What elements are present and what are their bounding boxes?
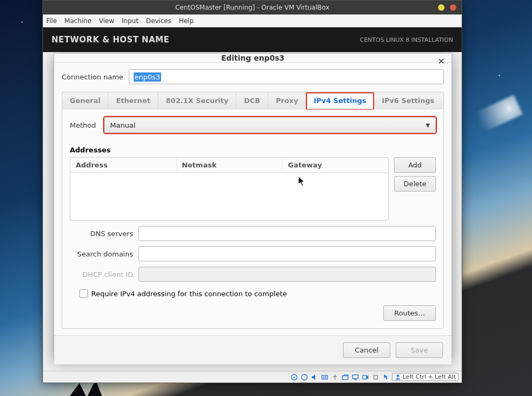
addresses-table[interactable]: Address Netmask Gateway [70, 157, 389, 221]
network-icon[interactable] [320, 373, 329, 382]
comet-decoration [455, 95, 523, 142]
connection-name-label: Connection name [62, 73, 123, 81]
dhcp-client-id-label: DHCP client ID [70, 270, 133, 278]
chevron-down-icon: ▼ [426, 122, 430, 128]
dhcp-client-id-input [139, 267, 436, 282]
col-gateway[interactable]: Gateway [282, 158, 388, 172]
addresses-header: Address Netmask Gateway [70, 158, 388, 173]
search-domains-input[interactable] [139, 246, 436, 261]
settings-tabs: General Ethernet 802.1X Security DCB Pro… [62, 92, 444, 109]
menu-input[interactable]: Input [122, 17, 139, 25]
method-label: Method [70, 121, 99, 129]
mouse-integration-icon[interactable] [382, 373, 390, 382]
shared-folders-icon[interactable] [341, 373, 349, 382]
dns-servers-input[interactable] [139, 226, 436, 241]
close-window-button[interactable] [450, 4, 456, 11]
connection-name-value: enp0s3 [134, 72, 162, 82]
dialog-title-text: Editing enp0s3 [221, 54, 285, 62]
host-key-indicator[interactable]: Left Ctrl + Left Alt [392, 373, 458, 381]
tab-ipv4-settings[interactable]: IPv4 Settings [306, 92, 374, 110]
tab-8021x[interactable]: 802.1X Security [158, 92, 236, 109]
vb-title-text: CentOSMaster [Running] - Oracle VM Virtu… [175, 4, 329, 11]
display-icon[interactable] [351, 373, 360, 382]
dialog-footer: Cancel Save [54, 335, 451, 364]
menu-devices[interactable]: Devices [146, 17, 171, 25]
method-select[interactable]: Manual ▼ [104, 117, 436, 133]
audio-icon[interactable] [310, 373, 319, 382]
guest-screen: NETWORK & HOST NAME CENTOS LINUX 8 INSTA… [43, 27, 462, 371]
tab-ethernet[interactable]: Ethernet [108, 92, 158, 109]
col-address[interactable]: Address [70, 158, 177, 172]
vb-titlebar[interactable]: CentOSMaster [Running] - Oracle VM Virtu… [43, 1, 462, 14]
ipv4-tab-panel: Method Manual ▼ Addresses Address Netmas… [62, 109, 444, 329]
dialog-close-button[interactable]: × [436, 57, 446, 67]
dialog-titlebar[interactable]: Editing enp0s3 × [54, 54, 451, 63]
search-domains-label: Search domains [70, 250, 133, 258]
routes-button[interactable]: Routes… [383, 305, 436, 321]
connection-name-input[interactable]: enp0s3 [129, 69, 444, 84]
svg-rect-3 [322, 375, 328, 379]
svg-rect-6 [342, 376, 348, 379]
anaconda-page-title: NETWORK & HOST NAME [52, 35, 169, 45]
virtualbox-window: CentOSMaster [Running] - Oracle VM Virtu… [42, 0, 462, 383]
usb-icon[interactable] [331, 373, 339, 382]
require-ipv4-checkbox[interactable] [79, 289, 88, 298]
menu-help[interactable]: Help [179, 17, 193, 25]
method-value: Manual [110, 121, 135, 129]
nm-connection-editor-dialog: Editing enp0s3 × Connection name enp0s3 … [54, 53, 452, 359]
svg-rect-7 [353, 375, 359, 378]
col-netmask[interactable]: Netmask [177, 158, 283, 172]
vb-menubar: File Machine View Input Devices Help [43, 14, 462, 27]
recording-icon[interactable] [361, 373, 370, 382]
cancel-button[interactable]: Cancel [343, 342, 390, 358]
svg-rect-5 [325, 376, 326, 378]
tab-ipv6-settings[interactable]: IPv6 Settings [374, 92, 442, 109]
host-key-text: Left Ctrl + Left Alt [403, 373, 456, 380]
svg-rect-4 [323, 376, 324, 378]
optical-icon[interactable] [300, 373, 309, 382]
svg-point-2 [302, 374, 308, 380]
minimize-button[interactable] [438, 4, 444, 11]
anaconda-brand: CENTOS LINUX 8 INSTALLATION [360, 36, 453, 43]
svg-rect-10 [374, 375, 377, 379]
vb-statusbar: Left Ctrl + Left Alt [43, 371, 462, 383]
require-ipv4-label: Require IPv4 addressing for this connect… [91, 290, 287, 298]
dns-label: DNS servers [70, 230, 133, 238]
svg-rect-8 [354, 379, 356, 380]
addresses-label: Addresses [70, 146, 436, 154]
menu-machine[interactable]: Machine [64, 17, 91, 25]
menu-file[interactable]: File [46, 17, 57, 25]
save-button[interactable]: Save [396, 342, 443, 358]
menu-view[interactable]: View [99, 17, 114, 25]
delete-address-button[interactable]: Delete [394, 176, 436, 192]
cpu-icon[interactable] [371, 373, 380, 382]
anaconda-header: NETWORK & HOST NAME CENTOS LINUX 8 INSTA… [43, 27, 462, 52]
svg-rect-9 [363, 375, 367, 379]
svg-point-1 [294, 376, 295, 378]
svg-rect-11 [396, 378, 400, 379]
tab-general[interactable]: General [62, 92, 108, 109]
tab-proxy[interactable]: Proxy [268, 92, 307, 109]
hdd-icon[interactable] [290, 373, 298, 382]
tab-dcb[interactable]: DCB [236, 92, 268, 109]
add-address-button[interactable]: Add [394, 157, 436, 173]
